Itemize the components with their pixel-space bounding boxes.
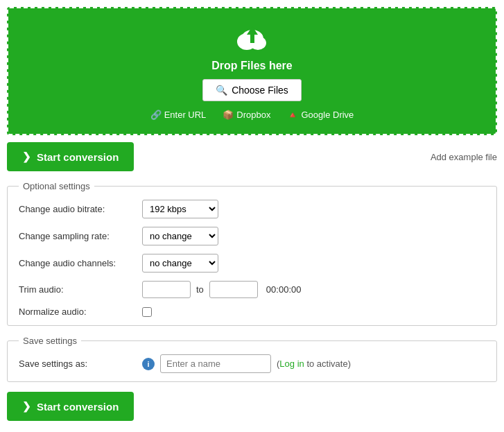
normalize-checkbox[interactable] xyxy=(142,307,152,317)
channels-row: Change audio channels: no change 1 (Mono… xyxy=(19,254,485,273)
link-icon: 🔗 xyxy=(150,110,162,120)
save-settings-section: Save settings Save settings as: i (Log i… xyxy=(7,336,497,382)
save-as-row: Save settings as: i (Log in to activate) xyxy=(19,354,485,373)
save-settings-legend: Save settings xyxy=(19,336,81,346)
trim-start-input[interactable] xyxy=(142,281,191,298)
choose-files-button[interactable]: 🔍 Choose Files xyxy=(202,79,302,101)
sampling-label: Change sampling rate: xyxy=(19,231,137,241)
drop-zone[interactable]: Drop Files here 🔍 Choose Files 🔗 Enter U… xyxy=(7,7,497,135)
dropbox-icon: 📦 xyxy=(223,110,234,120)
google-drive-icon: 🔺 xyxy=(287,110,298,120)
login-text: (Log in to activate) xyxy=(277,358,351,369)
save-as-label: Save settings as: xyxy=(19,358,137,369)
save-name-input[interactable] xyxy=(160,354,271,373)
chevron-right-icon-bottom: ❯ xyxy=(22,400,31,413)
bitrate-label: Change audio bitrate: xyxy=(19,204,137,214)
info-icon[interactable]: i xyxy=(142,358,155,370)
trim-end-input[interactable] xyxy=(209,281,258,298)
trim-time-text: 00:00:00 xyxy=(266,284,302,295)
top-action-bar: ❯ Start conversion Add example file xyxy=(7,142,497,171)
drop-files-text: Drop Files here xyxy=(15,60,489,72)
add-example-link[interactable]: Add example file xyxy=(431,152,497,162)
optional-settings-legend: Optional settings xyxy=(19,181,94,191)
trim-label: Trim audio: xyxy=(19,284,137,295)
google-drive-link[interactable]: 🔺 Google Drive xyxy=(287,110,354,120)
normalize-label: Normalize audio: xyxy=(19,306,137,317)
search-icon: 🔍 xyxy=(216,85,227,96)
sampling-row: Change sampling rate: no change 8000 Hz … xyxy=(19,227,485,245)
bitrate-select[interactable]: 192 kbps 128 kbps 256 kbps 320 kbps 64 k… xyxy=(142,200,218,218)
chevron-right-icon-top: ❯ xyxy=(22,150,31,163)
trim-to-text: to xyxy=(196,284,204,295)
start-conversion-button-top[interactable]: ❯ Start conversion xyxy=(7,142,134,171)
bitrate-row: Change audio bitrate: 192 kbps 128 kbps … xyxy=(19,200,485,218)
start-conversion-button-bottom[interactable]: ❯ Start conversion xyxy=(7,392,134,421)
login-link[interactable]: Log in xyxy=(279,358,304,369)
upload-icon xyxy=(233,22,272,54)
enter-url-link[interactable]: 🔗 Enter URL xyxy=(150,110,207,120)
bottom-action-bar: ❯ Start conversion xyxy=(7,392,497,421)
channels-select[interactable]: no change 1 (Mono) 2 (Stereo) xyxy=(142,254,218,273)
trim-row: Trim audio: to 00:00:00 xyxy=(19,281,485,298)
optional-settings-section: Optional settings Change audio bitrate: … xyxy=(7,181,497,326)
normalize-row: Normalize audio: xyxy=(19,306,485,317)
channels-label: Change audio channels: xyxy=(19,258,137,268)
dropbox-link[interactable]: 📦 Dropbox xyxy=(223,110,270,120)
sampling-select[interactable]: no change 8000 Hz 11025 Hz 22050 Hz 4410… xyxy=(142,227,218,245)
